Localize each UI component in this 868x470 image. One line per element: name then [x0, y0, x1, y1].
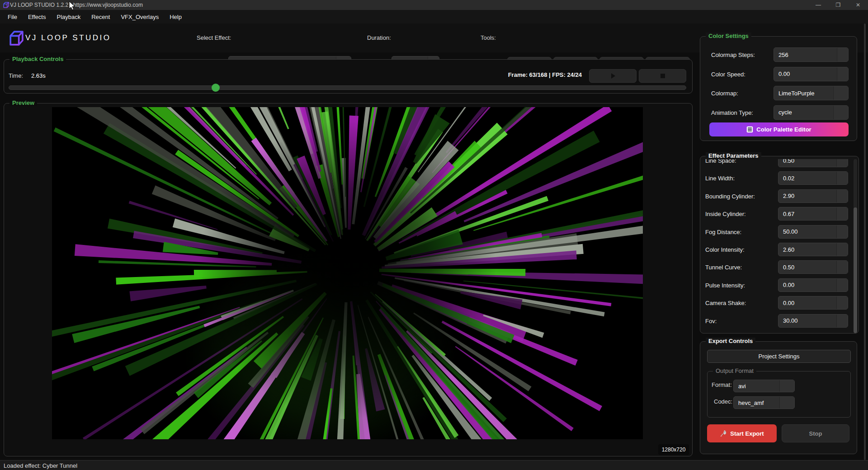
parameter-stepper[interactable]: 0.00 [778, 296, 848, 310]
stepper-buttons-segment[interactable] [836, 243, 848, 256]
parameter-row: Pulse Intensity:0.00 [701, 278, 854, 292]
stepper-buttons-segment[interactable] [836, 172, 848, 184]
close-icon: ✕ [856, 2, 860, 8]
parameter-stepper[interactable]: 0.02 [778, 171, 848, 185]
parameter-stepper[interactable]: 0.00 [778, 278, 848, 292]
format-dropdown-arrow-segment[interactable] [779, 380, 794, 392]
setting-spinner[interactable]: 0.00 [774, 67, 849, 81]
stepper-buttons-segment[interactable] [837, 48, 848, 61]
close-button[interactable]: ✕ [848, 0, 868, 10]
parameter-stepper[interactable]: 2.60 [778, 243, 848, 256]
parameter-stepper[interactable]: 30.00 [778, 314, 848, 328]
menu-effects[interactable]: Effects [23, 14, 52, 20]
parameter-stepper[interactable]: 50.00 [778, 225, 848, 239]
setting-value: LimeToPurple [774, 90, 815, 97]
parameter-stepper[interactable]: 0.67 [778, 207, 848, 221]
select-effect-label: Select Effect: [197, 34, 231, 41]
stepper-buttons-segment[interactable] [836, 296, 848, 309]
stop-icon [660, 73, 665, 79]
preview-canvas [52, 107, 643, 439]
color-palette-editor-button[interactable]: Color Palette Editor [709, 122, 849, 136]
parameter-label: Tunnel Curve: [705, 264, 742, 271]
restore-button[interactable]: ❐ [828, 0, 848, 10]
setting-label: Colormap: [711, 90, 738, 97]
stepper-buttons-segment[interactable] [836, 190, 848, 202]
parameter-label: Fog Distance: [705, 228, 741, 235]
play-button[interactable] [589, 69, 637, 83]
parameter-row: Camera Shake:0.00 [701, 296, 854, 310]
parameter-value: 50.00 [778, 228, 798, 235]
parameter-label: Inside Cylinder: [705, 211, 746, 217]
stepper-buttons-segment[interactable] [837, 67, 848, 81]
logo-cube-icon [8, 30, 24, 47]
stepper-buttons-segment[interactable] [836, 261, 848, 273]
parameter-label: Fov: [705, 317, 717, 324]
effect-parameters-section: Effect Parameters Line Space:0.50Line Wi… [700, 156, 859, 334]
stop-button[interactable] [639, 69, 686, 83]
window-scrollbar[interactable] [864, 24, 866, 460]
timeline-slider[interactable] [9, 85, 686, 90]
parameter-label: Bounding Cylinder: [705, 193, 755, 199]
menu-vfx-overlays[interactable]: VFX_Overlays [115, 14, 164, 20]
parameter-value: 0.50 [778, 264, 794, 271]
stepper-buttons-segment[interactable] [836, 279, 848, 291]
export-controls-title: Export Controls [706, 338, 755, 344]
codec-value: hevc_amf [734, 400, 764, 406]
setting-value: 256 [774, 52, 788, 58]
stop-export-label: Stop [809, 430, 822, 437]
stepper-buttons-segment[interactable] [836, 207, 848, 220]
setting-value: cycle [774, 109, 792, 116]
parameter-label: Camera Shake: [705, 300, 746, 306]
dropdown-arrow-segment[interactable] [833, 86, 848, 100]
tools-label: Tools: [481, 34, 496, 41]
parameter-stepper[interactable]: 2.90 [778, 189, 848, 203]
color-setting-row: Animation Type:cycle [700, 105, 857, 120]
parameter-label: Pulse Intensity: [705, 282, 745, 288]
status-bar: Loaded effect: Cyber Tunnel [0, 460, 868, 470]
format-dropdown[interactable]: avi [733, 380, 795, 392]
menu-file[interactable]: File [2, 14, 23, 20]
parameter-value: 0.67 [778, 211, 794, 217]
palette-list-icon [746, 126, 753, 133]
setting-spinner[interactable]: 256 [774, 47, 849, 62]
duration-label: Duration: [367, 34, 391, 41]
status-text: Loaded effect: Cyber Tunnel [4, 462, 77, 469]
minimize-button[interactable]: — [808, 0, 828, 10]
start-export-button[interactable]: Start Export [707, 424, 777, 442]
dropdown-arrow-segment[interactable] [833, 106, 848, 119]
menu-recent[interactable]: Recent [86, 14, 115, 20]
effect-parameters-scroll-area[interactable]: Line Space:0.50Line Width:0.02Bounding C… [701, 159, 854, 333]
parameter-row: Inside Cylinder:0.67 [701, 207, 854, 221]
play-icon [610, 73, 616, 79]
parameter-stepper[interactable]: 0.50 [778, 260, 848, 274]
time-value: 2.63s [31, 72, 46, 79]
setting-value: 0.00 [774, 70, 790, 77]
parameter-value: 0.02 [778, 175, 794, 182]
menu-playback[interactable]: Playback [51, 14, 86, 20]
parameter-row: Line Space:0.50 [701, 159, 854, 167]
start-export-label: Start Export [730, 430, 764, 437]
parameters-scrollbar[interactable] [854, 159, 857, 333]
setting-dropdown[interactable]: LimeToPurple [774, 86, 849, 100]
codec-dropdown-arrow-segment[interactable] [779, 397, 794, 409]
stepper-buttons-segment[interactable] [836, 226, 848, 238]
parameter-value: 2.60 [778, 246, 794, 253]
project-settings-button[interactable]: Project Settings [707, 350, 851, 363]
stepper-buttons-segment[interactable] [836, 315, 848, 327]
timeline-slider-thumb[interactable] [212, 84, 220, 92]
app-name: VJ LOOP STUDIO [25, 24, 111, 52]
menu-help[interactable]: Help [164, 14, 187, 20]
setting-dropdown[interactable]: cycle [774, 105, 849, 120]
stop-export-button[interactable]: Stop [782, 424, 849, 442]
parameter-stepper[interactable]: 0.50 [778, 159, 848, 167]
restore-icon: ❐ [836, 2, 841, 8]
codec-dropdown[interactable]: hevc_amf [733, 396, 795, 409]
codec-label: Codec: [714, 398, 732, 405]
color-setting-row: Colormap Steps:256 [700, 47, 857, 62]
frame-fps-info: Frame: 63/168 | FPS: 24/24 [508, 71, 582, 78]
title-bar: VJ LOOP STUDIO 1.2.2 - https://www.vjloo… [0, 0, 868, 10]
stepper-buttons-segment[interactable] [836, 159, 848, 167]
format-label: Format: [712, 381, 732, 388]
app-cube-icon [2, 1, 9, 9]
parameters-scrollbar-thumb[interactable] [854, 207, 857, 333]
